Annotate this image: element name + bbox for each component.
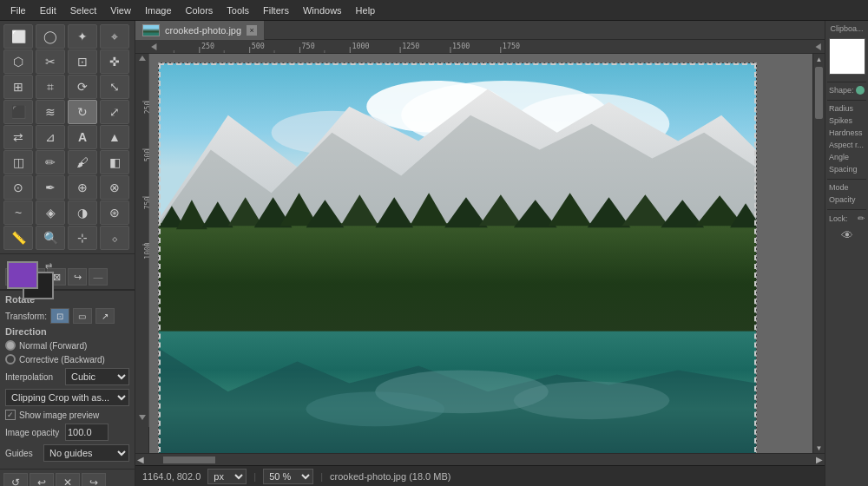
tool-eraser[interactable]: ◧ <box>100 150 129 174</box>
menu-help[interactable]: Help <box>349 3 383 17</box>
svg-marker-43 <box>176 200 207 229</box>
svg-rect-34 <box>159 63 756 236</box>
tool-foreground-select[interactable]: ⊡ <box>68 49 97 74</box>
hscroll-thumb[interactable] <box>163 456 215 463</box>
tool-cage-transform[interactable]: ⬛ <box>3 100 33 124</box>
tool-heal[interactable]: ⊕ <box>68 175 97 200</box>
opacity-input[interactable] <box>65 424 108 441</box>
btn-undo[interactable]: ↩ <box>30 473 54 486</box>
tool-scissors[interactable]: ✂ <box>36 49 65 74</box>
tool-handle-transform[interactable]: ⤡ <box>100 75 129 99</box>
radio-corrective[interactable] <box>5 354 16 364</box>
vscroll-thumb[interactable] <box>815 67 823 119</box>
tool-paintbrush[interactable]: 🖌 <box>68 150 97 174</box>
lock-icon[interactable]: ✏ <box>858 213 865 223</box>
tool-path[interactable]: ⊹ <box>68 226 97 250</box>
btn-reset[interactable]: ↺ <box>3 473 28 486</box>
tool-blur-sharpen[interactable]: ◈ <box>36 200 65 225</box>
interpolation-select[interactable]: Cubic Linear None <box>65 368 129 385</box>
unit-select[interactable]: px mm cm in <box>207 469 247 484</box>
tool-spare[interactable]: ⬦ <box>100 226 129 250</box>
tool-move[interactable]: ✜ <box>100 49 129 74</box>
svg-point-64 <box>306 391 445 426</box>
svg-text:500: 500 <box>252 42 265 50</box>
svg-text:1750: 1750 <box>503 42 520 50</box>
menu-file[interactable]: File <box>3 3 33 17</box>
tool-align[interactable]: ⊞ <box>3 75 33 99</box>
btn-delete[interactable]: ✕ <box>56 473 80 486</box>
tool-scale[interactable]: ⤢ <box>100 100 129 124</box>
tool-gradient[interactable]: ◫ <box>3 150 33 174</box>
tool-fuzzy-select[interactable]: ⌖ <box>100 24 129 49</box>
brush-params-section: Radius Spikes Hardness Aspect r... Angle… <box>827 100 866 175</box>
tool-perspective[interactable]: ⊿ <box>36 125 65 149</box>
tool-zoom[interactable]: 🔍 <box>36 226 65 250</box>
canvas-scroll-area[interactable] <box>149 54 812 453</box>
svg-marker-51 <box>410 193 448 226</box>
tool-free-select[interactable]: ✦ <box>68 24 97 49</box>
btn-save[interactable]: ↪ <box>82 473 106 486</box>
svg-point-36 <box>366 81 505 133</box>
tool-select-by-color[interactable]: ⬡ <box>3 49 33 74</box>
tab-close-button[interactable]: × <box>247 25 257 36</box>
menu-colors[interactable]: Colors <box>179 3 220 17</box>
hscroll-left[interactable]: ◀ <box>137 455 144 464</box>
vertical-scrollbar[interactable]: ▲ ▼ <box>812 54 825 453</box>
visibility-icon[interactable]: 👁 <box>841 228 853 242</box>
preview-checkbox[interactable] <box>5 410 16 420</box>
tool-warp-transform[interactable]: ≋ <box>36 100 65 124</box>
tool-smudge[interactable]: ~ <box>3 200 33 225</box>
vscroll-up[interactable]: ▲ <box>815 56 823 62</box>
tool-ellipse-select[interactable]: ◯ <box>36 24 65 49</box>
tool-measure[interactable]: 📏 <box>3 226 33 250</box>
svg-text:750: 750 <box>302 42 315 50</box>
tool-options-panel: Rotate Transform: ⊡ ▭ ↗ Direction Normal… <box>0 290 135 469</box>
zoom-select[interactable]: 25 % 50 % 75 % 100 % <box>263 469 313 484</box>
clipboard-preview <box>829 38 865 75</box>
hscroll-right[interactable]: ▶ <box>816 455 823 464</box>
icon-dash: — <box>89 268 108 286</box>
tool-text[interactable]: A <box>68 125 97 149</box>
tool-rotate[interactable]: ↻ <box>68 100 97 124</box>
opacity-label: Image opacity <box>5 428 62 437</box>
menu-image[interactable]: Image <box>138 3 179 17</box>
radio-normal[interactable] <box>5 340 16 351</box>
foreground-color[interactable] <box>7 261 38 289</box>
tool-ink[interactable]: ✒ <box>36 175 65 200</box>
tool-transform[interactable]: ⟳ <box>68 75 97 99</box>
angle-label: Angle <box>829 153 849 161</box>
ruler-horizontal: 250 500 750 1000 1250 1500 1750 <box>135 40 825 54</box>
tool-rect-select[interactable]: ⬜ <box>3 24 33 49</box>
menu-filters[interactable]: Filters <box>256 3 296 17</box>
tool-dodge-burn[interactable]: ◑ <box>68 200 97 225</box>
icon-redo[interactable]: ↪ <box>68 268 87 286</box>
menu-edit[interactable]: Edit <box>33 3 63 17</box>
status-coordinates: 1164.0, 802.0 <box>142 471 201 482</box>
swap-colors[interactable]: ⇄ <box>45 261 52 271</box>
tool-flip[interactable]: ⇄ <box>3 125 33 149</box>
svg-marker-59 <box>695 195 744 226</box>
tool-paint-bucket[interactable]: ▲ <box>100 125 129 149</box>
tool-clone[interactable]: ⊗ <box>100 175 129 200</box>
menu-view[interactable]: View <box>103 3 138 17</box>
tool-color-picker[interactable]: ⊛ <box>100 200 129 225</box>
svg-marker-50 <box>375 197 413 227</box>
transform-icon-1[interactable]: ⊡ <box>50 308 69 324</box>
tool-pencil[interactable]: ✏ <box>36 150 65 174</box>
vscroll-down[interactable]: ▼ <box>815 444 823 451</box>
corrective-label: Corrective (Backward) <box>19 355 105 364</box>
menu-windows[interactable]: Windows <box>296 3 349 17</box>
transform-icon-2[interactable]: ▭ <box>73 308 92 324</box>
tool-crop[interactable]: ⌗ <box>36 75 65 99</box>
horizontal-scrollbar[interactable]: ◀ ▶ <box>135 453 825 465</box>
tool-airbrush[interactable]: ⊙ <box>3 175 33 200</box>
status-divider-1: | <box>253 471 256 482</box>
image-tab[interactable]: crooked-photo.jpg × <box>135 21 265 40</box>
lock-section: Lock: ✏ 👁 <box>827 209 866 242</box>
transform-icon-3[interactable]: ↗ <box>95 308 115 324</box>
menu-tools[interactable]: Tools <box>220 3 256 17</box>
canvas-viewport: 250 500 750 1000 <box>135 54 825 453</box>
clipping-select[interactable]: Clipping Crop with as... <box>5 389 129 406</box>
guides-select[interactable]: No guides Center lines Rule of thirds <box>43 444 129 462</box>
menu-select[interactable]: Select <box>63 3 104 17</box>
